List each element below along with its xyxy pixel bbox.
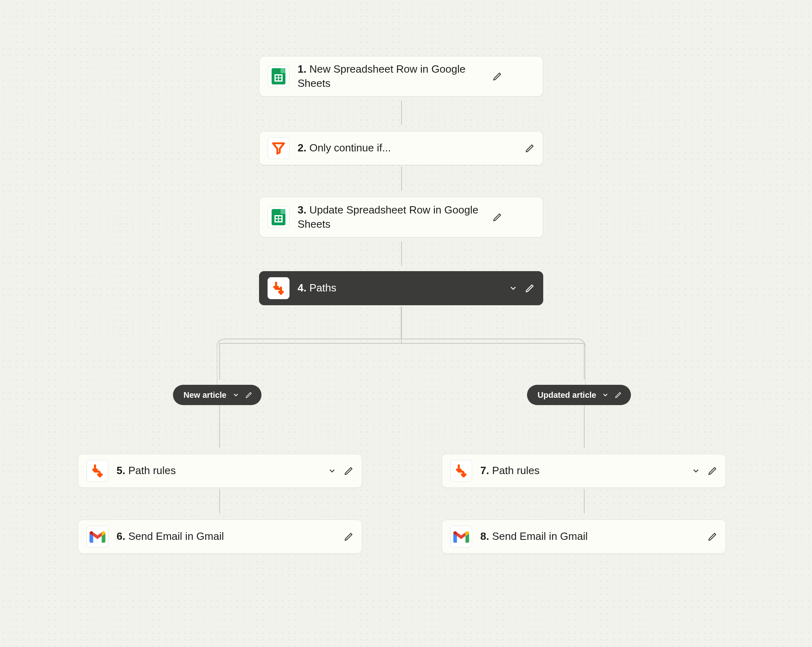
connector-line bbox=[219, 489, 220, 513]
paths-icon bbox=[450, 460, 472, 482]
pencil-icon[interactable] bbox=[525, 283, 535, 293]
branch-label: Updated article bbox=[538, 390, 596, 400]
gmail-icon bbox=[450, 526, 472, 548]
step-card-8[interactable]: 8. Send Email in Gmail bbox=[442, 520, 726, 554]
chevron-down-icon[interactable] bbox=[232, 391, 240, 399]
step-card-1[interactable]: 1. New Spreadsheet Row in Google Sheets bbox=[259, 56, 543, 97]
google-sheets-icon bbox=[268, 206, 289, 228]
chevron-down-icon[interactable] bbox=[602, 391, 609, 399]
connector-line bbox=[401, 101, 402, 125]
step-label: 7. Path rules bbox=[480, 464, 691, 478]
connector-line bbox=[401, 166, 402, 191]
google-sheets-icon bbox=[268, 65, 289, 87]
step-card-3[interactable]: 3. Update Spreadsheet Row in Google Shee… bbox=[259, 197, 543, 237]
connector-line bbox=[219, 343, 584, 344]
step-label: 8. Send Email in Gmail bbox=[480, 529, 708, 543]
pencil-icon[interactable] bbox=[492, 71, 502, 81]
connector-line bbox=[584, 405, 585, 448]
step-card-7[interactable]: 7. Path rules bbox=[442, 454, 726, 488]
step-card-2[interactable]: 2. Only continue if... bbox=[259, 131, 543, 165]
gmail-icon bbox=[86, 526, 108, 548]
paths-icon bbox=[268, 277, 289, 299]
chevron-down-icon[interactable] bbox=[691, 466, 700, 475]
filter-icon bbox=[268, 137, 289, 159]
connector-line bbox=[401, 242, 402, 266]
branch-pill-updated-article[interactable]: Updated article bbox=[527, 385, 631, 405]
chevron-down-icon[interactable] bbox=[328, 466, 337, 475]
pencil-icon[interactable] bbox=[708, 532, 717, 541]
step-label: 1. New Spreadsheet Row in Google Sheets bbox=[298, 62, 492, 91]
step-label: 3. Update Spreadsheet Row in Google Shee… bbox=[298, 203, 492, 231]
pencil-icon[interactable] bbox=[615, 391, 622, 399]
step-card-paths[interactable]: 4. Paths bbox=[259, 271, 543, 305]
step-label: 6. Send Email in Gmail bbox=[117, 529, 344, 543]
pencil-icon[interactable] bbox=[708, 466, 717, 476]
pencil-icon[interactable] bbox=[245, 391, 253, 399]
chevron-down-icon[interactable] bbox=[509, 284, 518, 293]
paths-icon bbox=[86, 460, 108, 482]
connector-line bbox=[219, 343, 220, 380]
pencil-icon[interactable] bbox=[525, 143, 535, 153]
branch-label: New article bbox=[184, 390, 227, 400]
branch-pill-new-article[interactable]: New article bbox=[173, 385, 261, 405]
connector-line bbox=[219, 405, 220, 448]
connector-line bbox=[584, 343, 585, 380]
step-card-5[interactable]: 5. Path rules bbox=[78, 454, 362, 488]
step-label: 4. Paths bbox=[298, 281, 509, 295]
step-label: 2. Only continue if... bbox=[298, 141, 525, 155]
step-card-6[interactable]: 6. Send Email in Gmail bbox=[78, 520, 362, 554]
step-label: 5. Path rules bbox=[117, 464, 328, 478]
pencil-icon[interactable] bbox=[492, 212, 502, 222]
connector-line bbox=[401, 306, 402, 343]
pencil-icon[interactable] bbox=[344, 532, 354, 541]
pencil-icon[interactable] bbox=[344, 466, 354, 476]
connector-line bbox=[584, 489, 585, 513]
